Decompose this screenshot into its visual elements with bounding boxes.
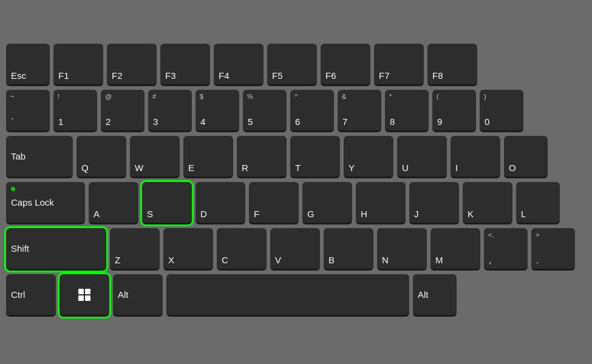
key-e[interactable]: E [183,136,233,178]
key-alt-left[interactable]: Alt [113,274,163,317]
key-tab[interactable]: Tab [6,136,73,178]
number-row: ~ ` ! 1 @ 2 # 3 $ 4 % 5 ^ 6 & 7 [6,90,586,132]
key-w[interactable]: W [130,136,180,178]
key-tilde-top: ~ [10,93,14,100]
key-d[interactable]: D [196,182,245,224]
key-comma[interactable]: <, , [484,228,528,271]
key-6-top: ^ [294,93,298,100]
key-f[interactable]: F [249,182,299,224]
key-o[interactable]: O [504,136,548,178]
key-period[interactable]: > . [531,228,575,271]
key-capslock[interactable]: Caps Lock [6,182,85,224]
key-v[interactable]: V [270,228,320,271]
key-u[interactable]: U [397,136,447,178]
key-4-top: $ [200,93,203,100]
key-f7[interactable]: F7 [374,44,424,86]
key-f8-label: F8 [432,70,443,81]
key-u-label: U [402,163,409,173]
key-r[interactable]: R [237,136,287,178]
key-space[interactable] [166,274,409,317]
key-win[interactable] [60,274,109,317]
key-j[interactable]: J [409,182,459,224]
key-h[interactable]: H [356,182,406,224]
key-tilde[interactable]: ~ ` [6,90,50,132]
key-ctrl-left-label: Ctrl [11,289,25,300]
key-0[interactable]: ) 0 [480,90,523,132]
windows-logo-icon [78,289,90,301]
key-i-label: I [455,163,458,173]
key-6-label: 6 [295,116,300,127]
key-2-label: 2 [106,116,111,127]
key-f5-label: F5 [272,70,283,81]
key-m-label: M [435,255,443,265]
key-k[interactable]: K [463,182,512,224]
key-ctrl-left[interactable]: Ctrl [6,274,56,317]
key-i[interactable]: I [451,136,500,178]
key-esc[interactable]: Esc [6,44,50,86]
key-5-top: % [247,93,253,100]
key-q[interactable]: Q [77,136,126,178]
key-5[interactable]: % 5 [243,90,287,132]
key-j-label: J [414,209,419,219]
key-2[interactable]: @ 2 [101,90,145,132]
key-t-label: T [295,163,301,173]
key-c-label: C [222,255,228,265]
key-9-top: ( [437,93,439,100]
key-y[interactable]: Y [344,136,393,178]
key-f2[interactable]: F2 [107,44,157,86]
key-c[interactable]: C [217,228,267,271]
key-g[interactable]: G [302,182,352,224]
key-7-label: 7 [342,116,347,127]
zxcv-row: Shift Z X C V B N M <, , > . [6,228,586,271]
key-z-label: Z [115,255,120,265]
key-g-label: G [307,209,315,219]
qwerty-row: Tab Q W E R T Y U I O [6,136,586,178]
key-0-top: ) [484,93,486,100]
key-alt-right[interactable]: Alt [413,274,457,317]
key-7-top: & [342,93,346,100]
key-f6[interactable]: F6 [321,44,370,86]
key-4-label: 4 [200,116,205,127]
capslock-indicator [11,187,15,191]
key-s[interactable]: S [142,182,192,224]
key-b[interactable]: B [324,228,373,271]
key-r-label: R [242,163,248,173]
key-esc-label: Esc [11,70,26,81]
key-x-label: X [168,255,174,265]
key-a-label: A [94,209,100,219]
key-alt-left-label: Alt [118,289,129,300]
key-9[interactable]: ( 9 [432,90,476,132]
key-f5[interactable]: F5 [267,44,317,86]
key-f4[interactable]: F4 [214,44,264,86]
key-comma-top: <, [488,231,494,238]
key-f-label: F [254,209,259,219]
key-3[interactable]: # 3 [148,90,192,132]
key-f1[interactable]: F1 [53,44,103,86]
key-a[interactable]: A [89,182,138,224]
key-capslock-label: Caps Lock [11,197,54,207]
key-o-label: O [509,163,516,173]
key-x[interactable]: X [163,228,213,271]
key-k-label: K [468,209,474,219]
key-f8[interactable]: F8 [427,44,477,86]
key-q-label: Q [81,163,89,173]
key-3-top: # [152,93,156,100]
key-f3[interactable]: F3 [160,44,210,86]
key-shift-left[interactable]: Shift [6,228,106,271]
key-7[interactable]: & 7 [338,90,381,132]
key-f3-label: F3 [165,70,176,81]
key-1-label: 1 [58,116,63,127]
key-5-label: 5 [248,116,253,127]
key-4[interactable]: $ 4 [196,90,239,132]
key-l[interactable]: L [516,182,560,224]
key-m[interactable]: M [430,228,480,271]
key-f1-label: F1 [58,70,69,81]
key-6[interactable]: ^ 6 [290,90,334,132]
key-e-label: E [188,163,194,173]
key-n[interactable]: N [377,228,427,271]
key-z[interactable]: Z [110,228,160,271]
key-t[interactable]: T [290,136,340,178]
key-1[interactable]: ! 1 [53,90,97,132]
key-8[interactable]: * 8 [385,90,429,132]
key-shift-left-label: Shift [11,243,29,254]
